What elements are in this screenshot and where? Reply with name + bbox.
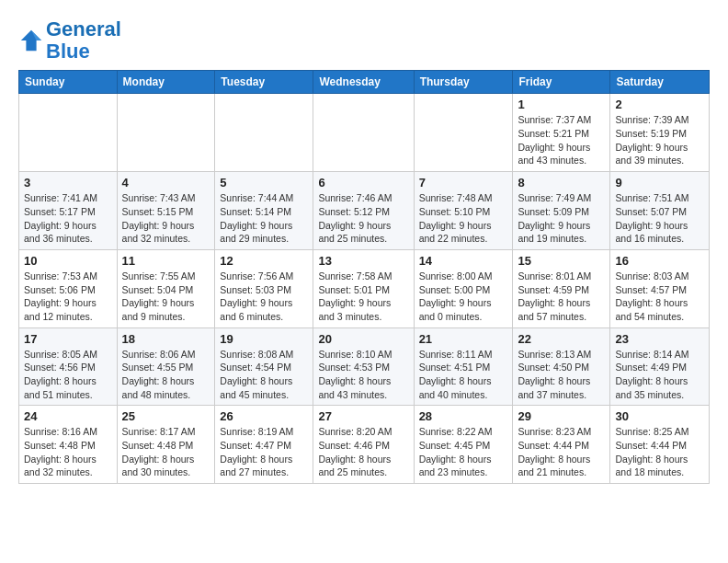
- day-number: 10: [24, 254, 112, 268]
- calendar-cell: 26Sunrise: 8:19 AM Sunset: 4:47 PM Dayli…: [215, 406, 313, 484]
- calendar-cell: 27Sunrise: 8:20 AM Sunset: 4:46 PM Dayli…: [313, 406, 414, 484]
- day-number: 16: [615, 254, 704, 268]
- day-info: Sunrise: 7:41 AM Sunset: 5:17 PM Dayligh…: [24, 191, 112, 246]
- logo-text: General Blue: [46, 18, 121, 63]
- day-number: 5: [220, 176, 308, 190]
- calendar-cell: 6Sunrise: 7:46 AM Sunset: 5:12 PM Daylig…: [313, 172, 414, 250]
- day-number: 7: [419, 176, 508, 190]
- day-info: Sunrise: 7:53 AM Sunset: 5:06 PM Dayligh…: [24, 270, 112, 324]
- day-number: 22: [518, 332, 605, 346]
- calendar-cell: 29Sunrise: 8:23 AM Sunset: 4:44 PM Dayli…: [513, 406, 610, 484]
- col-header-wednesday: Wednesday: [313, 71, 414, 94]
- calendar-cell: 30Sunrise: 8:25 AM Sunset: 4:44 PM Dayli…: [610, 406, 710, 484]
- day-info: Sunrise: 7:43 AM Sunset: 5:15 PM Dayligh…: [122, 191, 210, 246]
- page: General Blue SundayMondayTuesdayWednesda…: [0, 0, 728, 493]
- day-number: 13: [318, 254, 408, 268]
- calendar-cell: 9Sunrise: 7:51 AM Sunset: 5:07 PM Daylig…: [610, 172, 710, 250]
- day-number: 25: [122, 409, 210, 423]
- day-info: Sunrise: 8:11 AM Sunset: 4:51 PM Dayligh…: [419, 348, 508, 402]
- calendar-cell: 3Sunrise: 7:41 AM Sunset: 5:17 PM Daylig…: [19, 172, 118, 250]
- day-number: 12: [220, 254, 308, 268]
- calendar-cell: [313, 94, 414, 172]
- day-info: Sunrise: 7:39 AM Sunset: 5:19 PM Dayligh…: [615, 113, 704, 167]
- calendar-cell: 25Sunrise: 8:17 AM Sunset: 4:48 PM Dayli…: [117, 406, 215, 484]
- calendar-cell: 23Sunrise: 8:14 AM Sunset: 4:49 PM Dayli…: [610, 327, 710, 406]
- day-number: 9: [615, 176, 704, 190]
- calendar-cell: 28Sunrise: 8:22 AM Sunset: 4:45 PM Dayli…: [414, 406, 513, 484]
- day-info: Sunrise: 8:08 AM Sunset: 4:54 PM Dayligh…: [220, 348, 308, 402]
- day-number: 20: [318, 332, 408, 346]
- day-info: Sunrise: 7:51 AM Sunset: 5:07 PM Dayligh…: [615, 191, 704, 246]
- day-number: 18: [122, 332, 210, 346]
- day-info: Sunrise: 7:56 AM Sunset: 5:03 PM Dayligh…: [220, 270, 308, 324]
- calendar-cell: 13Sunrise: 7:58 AM Sunset: 5:01 PM Dayli…: [313, 249, 414, 327]
- calendar-cell: 24Sunrise: 8:16 AM Sunset: 4:48 PM Dayli…: [19, 406, 118, 484]
- calendar-cell: [19, 94, 118, 172]
- day-info: Sunrise: 8:25 AM Sunset: 4:44 PM Dayligh…: [615, 425, 704, 479]
- day-info: Sunrise: 8:10 AM Sunset: 4:53 PM Dayligh…: [318, 348, 408, 402]
- day-number: 8: [518, 176, 605, 190]
- day-info: Sunrise: 8:13 AM Sunset: 4:50 PM Dayligh…: [518, 348, 605, 402]
- day-info: Sunrise: 8:14 AM Sunset: 4:49 PM Dayligh…: [615, 348, 704, 402]
- calendar-cell: 11Sunrise: 7:55 AM Sunset: 5:04 PM Dayli…: [117, 249, 215, 327]
- day-info: Sunrise: 8:06 AM Sunset: 4:55 PM Dayligh…: [122, 348, 210, 402]
- day-number: 21: [419, 332, 508, 346]
- col-header-monday: Monday: [117, 71, 215, 94]
- day-number: 30: [615, 409, 704, 423]
- calendar-cell: 5Sunrise: 7:44 AM Sunset: 5:14 PM Daylig…: [215, 172, 313, 250]
- col-header-sunday: Sunday: [19, 71, 118, 94]
- calendar-cell: 8Sunrise: 7:49 AM Sunset: 5:09 PM Daylig…: [513, 172, 610, 250]
- calendar-week-row: 1Sunrise: 7:37 AM Sunset: 5:21 PM Daylig…: [19, 94, 710, 172]
- calendar-week-row: 10Sunrise: 7:53 AM Sunset: 5:06 PM Dayli…: [19, 249, 710, 327]
- calendar-cell: 14Sunrise: 8:00 AM Sunset: 5:00 PM Dayli…: [414, 249, 513, 327]
- day-info: Sunrise: 8:16 AM Sunset: 4:48 PM Dayligh…: [24, 425, 112, 479]
- day-number: 29: [518, 409, 605, 423]
- day-number: 11: [122, 254, 210, 268]
- day-info: Sunrise: 7:49 AM Sunset: 5:09 PM Dayligh…: [518, 191, 605, 246]
- day-info: Sunrise: 7:37 AM Sunset: 5:21 PM Dayligh…: [518, 113, 605, 167]
- day-info: Sunrise: 8:23 AM Sunset: 4:44 PM Dayligh…: [518, 425, 605, 479]
- day-info: Sunrise: 7:55 AM Sunset: 5:04 PM Dayligh…: [122, 270, 210, 324]
- logo-icon: [18, 28, 44, 53]
- day-info: Sunrise: 7:58 AM Sunset: 5:01 PM Dayligh…: [318, 270, 408, 324]
- calendar-cell: 19Sunrise: 8:08 AM Sunset: 4:54 PM Dayli…: [215, 327, 313, 406]
- calendar-cell: 10Sunrise: 7:53 AM Sunset: 5:06 PM Dayli…: [19, 249, 118, 327]
- calendar-cell: 15Sunrise: 8:01 AM Sunset: 4:59 PM Dayli…: [513, 249, 610, 327]
- calendar-cell: [414, 94, 513, 172]
- calendar-cell: 16Sunrise: 8:03 AM Sunset: 4:57 PM Dayli…: [610, 249, 710, 327]
- calendar-cell: 20Sunrise: 8:10 AM Sunset: 4:53 PM Dayli…: [313, 327, 414, 406]
- col-header-thursday: Thursday: [414, 71, 513, 94]
- logo: General Blue: [18, 18, 121, 63]
- day-number: 27: [318, 409, 408, 423]
- day-number: 24: [24, 409, 112, 423]
- day-number: 6: [318, 176, 408, 190]
- calendar-header-row: SundayMondayTuesdayWednesdayThursdayFrid…: [19, 71, 710, 94]
- calendar-cell: 18Sunrise: 8:06 AM Sunset: 4:55 PM Dayli…: [117, 327, 215, 406]
- calendar-week-row: 24Sunrise: 8:16 AM Sunset: 4:48 PM Dayli…: [19, 406, 710, 484]
- day-number: 28: [419, 409, 508, 423]
- col-header-tuesday: Tuesday: [215, 71, 313, 94]
- calendar-cell: [117, 94, 215, 172]
- day-info: Sunrise: 8:17 AM Sunset: 4:48 PM Dayligh…: [122, 425, 210, 479]
- day-number: 15: [518, 254, 605, 268]
- calendar-cell: 4Sunrise: 7:43 AM Sunset: 5:15 PM Daylig…: [117, 172, 215, 250]
- calendar-cell: 21Sunrise: 8:11 AM Sunset: 4:51 PM Dayli…: [414, 327, 513, 406]
- day-info: Sunrise: 8:05 AM Sunset: 4:56 PM Dayligh…: [24, 348, 112, 402]
- calendar-cell: 7Sunrise: 7:48 AM Sunset: 5:10 PM Daylig…: [414, 172, 513, 250]
- calendar-cell: 2Sunrise: 7:39 AM Sunset: 5:19 PM Daylig…: [610, 94, 710, 172]
- day-number: 14: [419, 254, 508, 268]
- day-number: 23: [615, 332, 704, 346]
- calendar-cell: 17Sunrise: 8:05 AM Sunset: 4:56 PM Dayli…: [19, 327, 118, 406]
- day-info: Sunrise: 7:48 AM Sunset: 5:10 PM Dayligh…: [419, 191, 508, 246]
- day-info: Sunrise: 8:19 AM Sunset: 4:47 PM Dayligh…: [220, 425, 308, 479]
- calendar-week-row: 3Sunrise: 7:41 AM Sunset: 5:17 PM Daylig…: [19, 172, 710, 250]
- day-number: 3: [24, 176, 112, 190]
- day-info: Sunrise: 8:20 AM Sunset: 4:46 PM Dayligh…: [318, 425, 408, 479]
- day-info: Sunrise: 7:46 AM Sunset: 5:12 PM Dayligh…: [318, 191, 408, 246]
- day-number: 19: [220, 332, 308, 346]
- day-info: Sunrise: 8:22 AM Sunset: 4:45 PM Dayligh…: [419, 425, 508, 479]
- col-header-saturday: Saturday: [610, 71, 710, 94]
- day-info: Sunrise: 7:44 AM Sunset: 5:14 PM Dayligh…: [220, 191, 308, 246]
- day-number: 17: [24, 332, 112, 346]
- day-number: 26: [220, 409, 308, 423]
